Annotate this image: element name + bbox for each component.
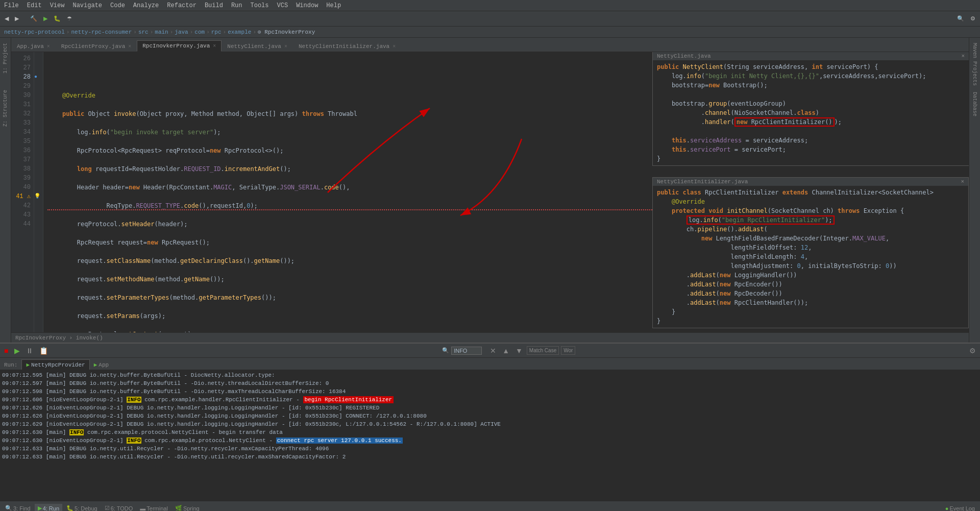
- console-line-1: 09:07:12.595 [main] DEBUG io.netty.buffe…: [2, 371, 978, 379]
- sidebar-tab-maven[interactable]: Maven Projects: [972, 40, 977, 89]
- run-filter-down[interactable]: ▼: [513, 346, 525, 356]
- nav-debug[interactable]: 🐛 5: Debug: [63, 504, 101, 511]
- editor-breadcrumb-text: RpcInovkerProxy › invoke(): [15, 335, 103, 341]
- run-tab-app[interactable]: ▶App: [90, 360, 113, 370]
- run-tab-icon: ▶: [26, 362, 30, 368]
- tab-nettyclient[interactable]: NettyClient.java ×: [222, 41, 293, 52]
- menu-tools[interactable]: Tools: [247, 1, 273, 10]
- breadcrumb-module[interactable]: netty-rpc-consumer: [71, 29, 132, 35]
- run-stop-btn[interactable]: ■: [2, 346, 10, 356]
- nav-run[interactable]: ▶ 4: Run: [35, 504, 62, 511]
- toolbar: ◀ ▶ 🔨 ▶ 🐛 ☂ 🔍 ⚙: [0, 11, 980, 27]
- tab-close-nettyclientinitializer[interactable]: ×: [393, 44, 396, 50]
- nav-spring[interactable]: 🌿 Spring: [172, 504, 203, 511]
- toolbar-debug[interactable]: 🐛: [51, 14, 63, 23]
- toolbar-run[interactable]: ▶: [41, 14, 50, 23]
- menu-vcs[interactable]: VCS: [273, 1, 292, 10]
- run-icon: ▶: [38, 505, 42, 511]
- breadcrumb-src[interactable]: src: [138, 29, 149, 35]
- tab-nettyclientinitializer[interactable]: NettyClientInitializer.java ×: [293, 41, 401, 52]
- tab-close-nettyclient[interactable]: ×: [284, 44, 287, 50]
- menu-help[interactable]: Help: [322, 1, 345, 10]
- run-restart-btn[interactable]: ▶: [12, 346, 22, 356]
- run-pause-btn[interactable]: ⏸: [24, 346, 35, 356]
- sidebar-tab-database[interactable]: Database: [972, 89, 977, 119]
- right-panel-rpcclientinitializer: NettyClientInitializer.java × public cla…: [652, 177, 969, 328]
- breadcrumb-main[interactable]: main: [155, 29, 168, 35]
- run-filter-clear[interactable]: ✕: [488, 346, 498, 356]
- event-log-icon: ●: [945, 505, 949, 512]
- breadcrumb: netty-rpc-protocol › netty-rpc-consumer …: [0, 27, 980, 38]
- run-filter-icon: 🔍: [442, 347, 449, 354]
- right-panel-content: public NettyClient(String serviceAddress…: [653, 60, 969, 165]
- toolbar-forward[interactable]: ▶: [12, 14, 21, 23]
- menu-code[interactable]: Code: [106, 1, 129, 10]
- nav-terminal[interactable]: ▬ Terminal: [137, 504, 171, 512]
- console-line-8: 09:07:12.630 [main] INFO com.rpc.example…: [2, 428, 978, 436]
- project-sidebar-strip: 1: Project Z: Structure: [0, 38, 11, 343]
- run-tab-nettyrpcprovider[interactable]: ▶NettyRpcProvider: [21, 359, 89, 370]
- breadcrumb-java[interactable]: java: [175, 29, 188, 35]
- run-tab-run[interactable]: Run:: [0, 360, 21, 370]
- menu-window[interactable]: Window: [292, 1, 322, 10]
- toolbar-search[interactable]: 🔍: [954, 14, 967, 23]
- run-tabs: Run: ▶NettyRpcProvider ▶App: [0, 358, 980, 370]
- tab-app[interactable]: App.java ×: [11, 41, 56, 52]
- menu-file[interactable]: File: [0, 1, 23, 10]
- breadcrumb-project[interactable]: netty-rpc-protocol: [4, 29, 65, 35]
- toolbar-back[interactable]: ◀: [2, 14, 11, 23]
- run-tab-app-icon: ▶: [94, 362, 97, 368]
- console-line-11: 09:07:12.633 [main] DEBUG io.netty.util.…: [2, 453, 978, 461]
- terminal-icon: ▬: [140, 505, 145, 512]
- toolbar-coverage[interactable]: ☂: [64, 14, 75, 23]
- console-line-3: 09:07:12.598 [main] DEBUG io.netty.buffe…: [2, 387, 978, 396]
- nav-find[interactable]: 🔍 3: Find: [2, 504, 34, 511]
- tab-close-rpcclientproxy[interactable]: ×: [128, 44, 131, 50]
- menu-build[interactable]: Build: [201, 1, 227, 10]
- right-sidebar-strip: Maven Projects Database: [969, 38, 980, 343]
- right-panel2-header: NettyClientInitializer.java ×: [653, 178, 968, 186]
- run-settings[interactable]: ⚙: [967, 346, 978, 356]
- line-numbers: 26 27 28 29 30 31 32 33 34 35 36 37 38 3…: [11, 52, 34, 332]
- console-line-10: 09:07:12.633 [main] DEBUG io.netty.util.…: [2, 445, 978, 453]
- console-line-5: 09:07:12.626 [nioEventLoopGroup-2-1] DEB…: [2, 404, 978, 412]
- editor-tabs: App.java × RpcClientProxy.java × RpcInov…: [11, 38, 969, 52]
- run-filter-up[interactable]: ▲: [500, 346, 511, 356]
- run-filter-word[interactable]: Wor: [561, 346, 575, 355]
- breadcrumb-rpc[interactable]: rpc: [211, 29, 222, 35]
- run-dump-btn[interactable]: 📋: [37, 346, 50, 356]
- breadcrumb-class[interactable]: ⊙ RpcInovkerProxy: [258, 29, 315, 35]
- menu-refactor[interactable]: Refactor: [163, 1, 201, 10]
- todo-icon: ☑: [105, 505, 110, 511]
- menu-view[interactable]: View: [46, 1, 69, 10]
- tab-close-app[interactable]: ×: [47, 44, 50, 50]
- console-line-7: 09:07:12.629 [nioEventLoopGroup-2-1] DEB…: [2, 420, 978, 428]
- sidebar-tab-structure[interactable]: Z: Structure: [3, 87, 8, 130]
- breadcrumb-example[interactable]: example: [228, 29, 251, 35]
- tab-rpcinovkerproxy[interactable]: RpcInovkerProxy.java ×: [137, 40, 222, 52]
- run-filter-case[interactable]: Match Case: [527, 346, 559, 355]
- toolbar-build[interactable]: 🔨: [28, 14, 40, 23]
- menu-analyze[interactable]: Analyze: [129, 1, 163, 10]
- tab-close-rpcinovkerproxy[interactable]: ×: [213, 43, 216, 49]
- console-line-9: 09:07:12.630 [nioEventLoopGroup-2-1] INF…: [2, 436, 978, 445]
- sidebar-tab-project[interactable]: 1: Project: [3, 40, 8, 77]
- menu-navigate[interactable]: Navigate: [68, 1, 106, 10]
- run-filter-input[interactable]: [451, 347, 482, 355]
- toolbar-settings[interactable]: ⚙: [968, 14, 978, 23]
- breadcrumb-com[interactable]: com: [194, 29, 205, 35]
- right-panel-nettyclient: NettyClient.java × public NettyClient(St…: [652, 52, 969, 166]
- tab-rpcclientproxy[interactable]: RpcClientProxy.java ×: [56, 41, 137, 52]
- console-line-2: 09:07:12.597 [main] DEBUG io.netty.buffe…: [2, 379, 978, 387]
- menu-edit[interactable]: Edit: [23, 1, 46, 10]
- right-panel-close[interactable]: ×: [961, 53, 965, 59]
- menu-run[interactable]: Run: [227, 1, 247, 10]
- right-panel2-close[interactable]: ×: [961, 179, 964, 185]
- bottom-nav: 🔍 3: Find ▶ 4: Run 🐛 5: Debug ☑ 6: TODO …: [0, 501, 980, 511]
- editor-breadcrumb: RpcInovkerProxy › invoke(): [11, 332, 969, 343]
- nav-event-log[interactable]: ● Event Log: [942, 504, 978, 512]
- nav-todo[interactable]: ☑ 6: TODO: [102, 504, 136, 511]
- console-output[interactable]: 09:07:12.595 [main] DEBUG io.netty.buffe…: [0, 370, 980, 501]
- debug-icon: 🐛: [66, 505, 74, 511]
- console-line-4: 09:07:12.606 [nioEventLoopGroup-2-1] INF…: [2, 396, 978, 404]
